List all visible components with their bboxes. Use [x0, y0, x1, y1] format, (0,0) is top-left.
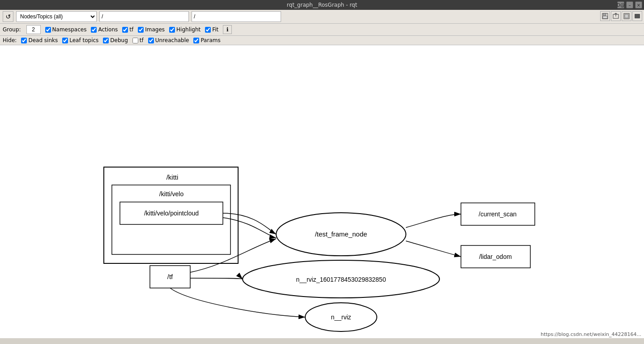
- highlight-checkbox[interactable]: [169, 27, 175, 33]
- group-spinner[interactable]: [26, 25, 41, 34]
- leaf-topics-checkbox[interactable]: [62, 38, 68, 43]
- tf-checkbox[interactable]: [122, 27, 128, 33]
- leaf-topics-text: Leaf topics: [69, 37, 98, 43]
- tf-checkbox-label[interactable]: tf: [122, 26, 133, 33]
- unreachable-text: Unreachable: [155, 37, 189, 43]
- titlebar: rqt_graph__RosGraph - rqt D@ – ×: [0, 0, 644, 10]
- graph-area[interactable]: /kitti /kitti/velo /kitti/velo/pointclou…: [0, 45, 644, 338]
- titlebar-buttons: D@ – ×: [617, 1, 642, 9]
- toolbar-row: ↺ Nodes/Topics (all) Nodes only Topics o…: [0, 10, 644, 24]
- group-value-input[interactable]: [26, 25, 41, 34]
- export-icon: [613, 13, 619, 19]
- actions-checkbox[interactable]: [91, 27, 97, 33]
- rviz-long-label: n__rviz_1601778453029832850: [296, 276, 386, 283]
- minimize-button[interactable]: –: [626, 1, 633, 9]
- status-bar: https://blog.csdn.net/weixin_44228164...: [538, 331, 644, 338]
- titlebar-title: rqt_graph__RosGraph - rqt: [4, 2, 640, 8]
- unreachable-label[interactable]: Unreachable: [148, 37, 189, 43]
- close-button[interactable]: ×: [635, 1, 642, 9]
- highlight-checkbox-label[interactable]: Highlight: [169, 26, 200, 33]
- fit-checkbox-label[interactable]: Fit: [205, 26, 218, 33]
- options-row: Group: Namespaces Actions tf Images High…: [0, 24, 644, 36]
- graph-svg: /kitti /kitti/velo /kitti/velo/pointclou…: [0, 45, 644, 338]
- lidar-odom-label: /lidar_odom: [479, 253, 512, 260]
- top-area: ↺ Nodes/Topics (all) Nodes only Topics o…: [0, 10, 644, 45]
- unreachable-checkbox[interactable]: [148, 38, 154, 43]
- images-checkbox-label[interactable]: Images: [138, 26, 165, 33]
- params-label[interactable]: Params: [193, 37, 220, 43]
- save-button[interactable]: [600, 11, 610, 21]
- svg-rect-7: [635, 14, 640, 18]
- images-checkbox[interactable]: [138, 27, 144, 33]
- namespaces-checkbox-label[interactable]: Namespaces: [45, 26, 87, 33]
- arrow-tf-rvizlong: [190, 278, 243, 279]
- info-button[interactable]: ℹ: [223, 25, 232, 34]
- arrow-testframe-lidarodom: [406, 241, 461, 257]
- hide-tf-checkbox[interactable]: [132, 38, 138, 43]
- save-icon: [602, 13, 608, 19]
- params-checkbox[interactable]: [193, 38, 199, 43]
- pointcloud-label: /kitti/velo/pointcloud: [144, 210, 199, 217]
- export-button[interactable]: [611, 11, 621, 21]
- zoom-fit-button[interactable]: [622, 11, 631, 21]
- help-button[interactable]: D@: [617, 1, 624, 9]
- current-scan-label: /current_scan: [479, 211, 517, 218]
- images-label: Images: [145, 26, 165, 33]
- actions-label: Actions: [98, 26, 118, 33]
- debug-text: Debug: [110, 37, 128, 43]
- svg-rect-2: [603, 16, 607, 18]
- zoom-fit-icon: [623, 13, 630, 19]
- test-frame-node-label: /test_frame_node: [315, 230, 367, 238]
- debug-label[interactable]: Debug: [103, 37, 128, 43]
- hide-tf-label[interactable]: tf: [132, 37, 144, 43]
- leaf-topics-label[interactable]: Leaf topics: [62, 37, 98, 43]
- debug-checkbox[interactable]: [103, 38, 109, 43]
- filter2-input[interactable]: [192, 11, 281, 22]
- params-text: Params: [200, 37, 220, 43]
- corner-buttons: [598, 10, 644, 22]
- group-label: Group:: [3, 26, 21, 33]
- kitti-label: /kitti: [166, 173, 179, 181]
- namespaces-checkbox[interactable]: [45, 27, 51, 33]
- svg-rect-6: [625, 14, 628, 18]
- kitti-velo-label: /kitti/velo: [159, 190, 184, 198]
- fit-label: Fit: [212, 26, 218, 33]
- hide-label: Hide:: [3, 37, 17, 43]
- dead-sinks-checkbox[interactable]: [21, 38, 27, 43]
- dead-sinks-text: Dead sinks: [28, 37, 58, 43]
- refresh-button[interactable]: ↺: [3, 11, 13, 22]
- highlight-label: Highlight: [176, 26, 200, 33]
- filter1-input[interactable]: [99, 11, 189, 22]
- hide-row: Hide: Dead sinks Leaf topics Debug tf Un…: [0, 36, 644, 45]
- tf-label: /tf: [167, 273, 173, 280]
- namespaces-label: Namespaces: [52, 26, 87, 33]
- fit-checkbox[interactable]: [205, 27, 211, 33]
- screenshot-icon: [634, 13, 640, 19]
- svg-rect-1: [603, 13, 606, 16]
- screenshot-button[interactable]: [632, 11, 642, 21]
- tf-label: tf: [129, 26, 133, 33]
- dead-sinks-label[interactable]: Dead sinks: [21, 37, 58, 43]
- display-mode-select[interactable]: Nodes/Topics (all) Nodes only Topics onl…: [16, 11, 97, 22]
- rviz-label: n__rviz: [331, 314, 351, 321]
- hide-tf-text: tf: [140, 37, 144, 43]
- arrow-testframe-currentscan: [406, 214, 461, 228]
- actions-checkbox-label[interactable]: Actions: [91, 26, 118, 33]
